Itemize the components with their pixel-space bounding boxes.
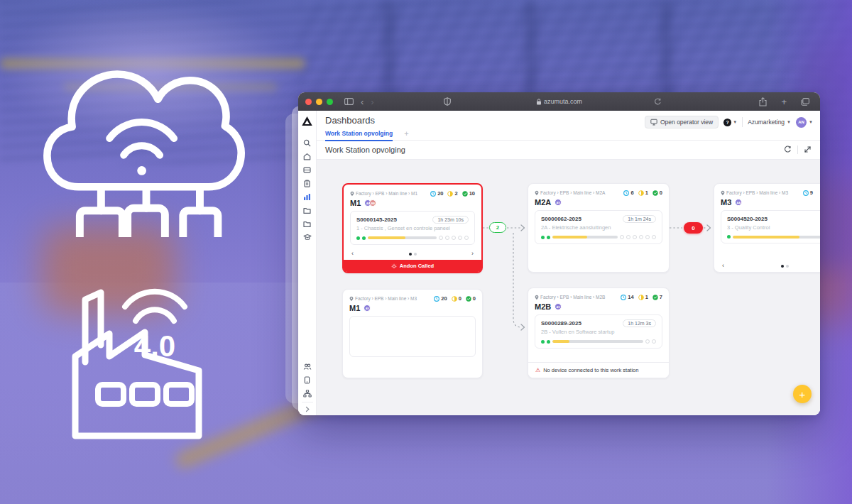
location-pin-icon: [535, 295, 539, 300]
work-order-card[interactable]: S0000062-2025 1h 1m 24s 2A - Elektrische…: [535, 210, 662, 244]
privacy-shield-icon[interactable]: [444, 97, 451, 106]
user-menu[interactable]: AN ▼: [796, 117, 813, 128]
station-stats: 6 1 0: [623, 190, 662, 196]
refresh-widget-icon[interactable]: [784, 143, 792, 156]
pending-clock-icon: [623, 190, 629, 196]
station-stats: 20 0 0: [434, 295, 476, 302]
folder-icon[interactable]: [302, 219, 313, 229]
address-bar[interactable]: azumuta.com: [536, 98, 582, 105]
order-progress: [356, 236, 469, 240]
workstation-card-m2a[interactable]: Factory › EPB › Main line › M2A 6 1 0 M2…: [528, 183, 670, 273]
order-description: 3 - Quality Control: [727, 224, 820, 231]
buffer-empty-badge[interactable]: 0: [684, 222, 703, 234]
url-text: azumuta.com: [544, 98, 582, 105]
chevron-down-icon: ▼: [787, 120, 791, 124]
breadcrumb: Factory › EPB › Main line › M2B: [535, 295, 605, 300]
azumuta-logo[interactable]: [302, 116, 313, 126]
carousel-next-icon[interactable]: ›: [471, 251, 474, 257]
home-icon[interactable]: [302, 151, 313, 161]
duration-badge: 1h 23m 10s: [432, 216, 469, 224]
sidebar-collapse-icon[interactable]: [302, 402, 313, 412]
add-tab-button[interactable]: +: [404, 130, 408, 141]
minimize-window-button[interactable]: [316, 99, 322, 105]
done-check-icon: [652, 190, 658, 196]
location-pin-icon: [349, 296, 354, 302]
new-tab-icon[interactable]: +: [781, 97, 787, 107]
workstation-flow-canvas[interactable]: Factory › EPB › Main line › M1 20 2 10 M…: [317, 160, 820, 415]
station-name: M2B: [535, 302, 551, 311]
tab-work-station-opvolging[interactable]: Work Station opvolging: [325, 130, 393, 141]
teams-icon[interactable]: [302, 361, 313, 371]
station-stats: 9: [803, 190, 813, 196]
flows-icon[interactable]: [302, 388, 313, 398]
order-carousel: ‹ ›: [350, 248, 475, 260]
expand-widget-icon[interactable]: [804, 143, 812, 156]
workstation-card-m1-idle[interactable]: Factory › EPB › Main line › M3 20 0 0 M1: [342, 289, 483, 378]
andon-alert-banner[interactable]: Andon Called: [344, 260, 481, 272]
buffer-count-badge[interactable]: 2: [489, 222, 506, 233]
pending-clock-icon: [621, 295, 626, 300]
add-button[interactable]: +: [793, 385, 812, 403]
open-operator-view-button[interactable]: Open operator view: [645, 116, 719, 128]
assigned-avatars: AV: [555, 303, 562, 310]
assigned-avatars: AV: [364, 305, 371, 312]
breadcrumb: Factory › EPB › Main line › M2A: [535, 190, 605, 196]
help-icon: ?: [723, 119, 731, 126]
step-open-dot: [445, 236, 449, 240]
widget-title: Work Station opvolging: [325, 146, 405, 154]
workstation-card-m3[interactable]: Factory › EPB › Main line › M3 9 M3 AA: [714, 183, 820, 273]
step-open-dot: [639, 235, 643, 239]
order-progress: [541, 339, 656, 344]
academy-icon[interactable]: [302, 232, 313, 242]
step-done-dot: [547, 340, 550, 344]
zoom-window-button[interactable]: [327, 99, 333, 105]
duration-badge: 1h 1m 24s: [623, 215, 656, 223]
browser-window: ‹ › azumuta.com +: [298, 92, 820, 415]
folder-icon[interactable]: [302, 205, 313, 215]
reload-icon[interactable]: [654, 98, 662, 106]
share-icon[interactable]: [759, 97, 767, 106]
forward-button[interactable]: ›: [371, 97, 373, 106]
work-order-card[interactable]: S0004520-2025 1h 1 3 - Quality Control: [721, 210, 820, 243]
order-number: S0004520-2025: [727, 216, 768, 222]
step-open-dot: [633, 235, 637, 239]
factory-40-label: 4.0: [134, 329, 175, 363]
work-order-card[interactable]: S0000145-2025 1h 23m 10s 1 - Chassis , G…: [350, 211, 475, 245]
carousel-prev-icon[interactable]: ‹: [722, 263, 724, 269]
sidebar-toggle-icon[interactable]: [344, 98, 354, 105]
tab-overview-icon[interactable]: [801, 98, 809, 106]
step-open-dot: [464, 236, 469, 240]
work-order-card[interactable]: S0000289-2025 1h 12m 3s 2B - Vullen en S…: [535, 314, 662, 349]
close-window-button[interactable]: [305, 99, 312, 105]
order-number: S0000062-2025: [541, 216, 581, 222]
back-button[interactable]: ‹: [361, 97, 364, 106]
carousel-dots: [781, 265, 789, 268]
station-stats: 20 2 10: [430, 190, 475, 197]
duration-badge: 1h 12m 3s: [623, 319, 656, 327]
azumuta-app: Dashboards Work Station opvolging + Open…: [298, 111, 820, 415]
no-device-warning: ⚠ No device connected to this work stati…: [528, 362, 669, 378]
search-icon[interactable]: [302, 138, 313, 148]
devices-icon[interactable]: [302, 375, 313, 385]
station-name: M2A: [535, 198, 551, 207]
app-header: Dashboards Work Station opvolging + Open…: [317, 111, 820, 141]
empty-order-slot: [349, 316, 476, 357]
step-done-dot: [541, 236, 545, 239]
work-instructions-icon[interactable]: [302, 165, 313, 175]
user-avatar: AN: [796, 117, 807, 128]
workstation-card-m2b[interactable]: Factory › EPB › Main line › M2B 14 1 7 M…: [528, 287, 670, 378]
carousel-prev-icon[interactable]: ‹: [351, 251, 354, 257]
step-open-dot: [645, 339, 650, 344]
help-menu[interactable]: ? ▼: [723, 119, 737, 126]
order-carousel: ‹ ›: [721, 261, 820, 272]
order-number: S0000145-2025: [356, 217, 397, 223]
workstation-card-m1[interactable]: Factory › EPB › Main line › M1 20 2 10 M…: [342, 183, 483, 273]
cloud-network-icon: [40, 40, 253, 237]
dashboards-icon[interactable]: [302, 192, 313, 202]
workspace-dropdown[interactable]: Azumarketing ▼: [748, 119, 791, 126]
in-progress-icon: [447, 191, 453, 197]
audit-clipboard-icon[interactable]: [302, 178, 313, 188]
in-progress-icon: [452, 296, 457, 302]
assigned-avatars: AA: [735, 199, 742, 206]
step-open-dot: [452, 236, 456, 240]
